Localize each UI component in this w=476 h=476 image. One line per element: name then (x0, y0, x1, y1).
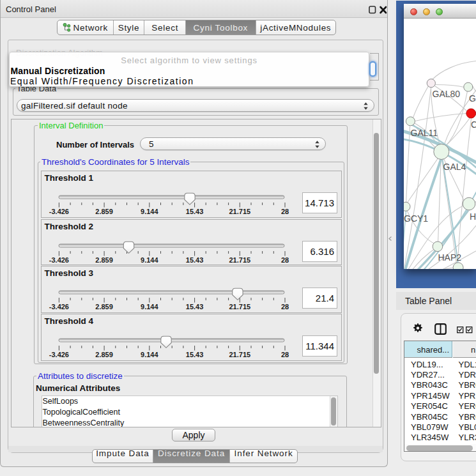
svg-text:GA: GA (469, 93, 476, 104)
svg-text:2.859: 2.859 (95, 208, 113, 215)
svg-text:15.43: 15.43 (186, 256, 204, 264)
svg-text:HAP2: HAP2 (438, 252, 461, 263)
svg-text:-3.426: -3.426 (49, 303, 69, 311)
svg-text:21.715: 21.715 (229, 256, 250, 264)
svg-text:9.144: 9.144 (141, 351, 158, 358)
svg-text:9.144: 9.144 (141, 303, 158, 311)
svg-text:-3.426: -3.426 (49, 256, 69, 264)
svg-text:28: 28 (281, 303, 289, 311)
svg-text:28: 28 (281, 256, 289, 264)
svg-text:2.859: 2.859 (95, 303, 113, 311)
svg-text:HI: HI (470, 211, 476, 222)
svg-text:2.859: 2.859 (95, 351, 113, 358)
svg-text:C: C (471, 119, 476, 130)
svg-text:21.715: 21.715 (229, 208, 250, 215)
svg-text:-3.426: -3.426 (49, 208, 69, 215)
svg-text:9.144: 9.144 (141, 208, 158, 215)
svg-text:28: 28 (281, 351, 289, 358)
svg-text:GAL11: GAL11 (410, 128, 438, 138)
svg-text:GAL80: GAL80 (432, 89, 460, 99)
svg-text:GAL4: GAL4 (443, 162, 466, 172)
svg-text:2.859: 2.859 (95, 256, 113, 264)
svg-text:21.715: 21.715 (229, 351, 250, 358)
svg-text:15.43: 15.43 (186, 208, 204, 215)
svg-text:9.144: 9.144 (141, 256, 158, 264)
svg-text:28: 28 (281, 208, 289, 215)
svg-text:GCY1: GCY1 (404, 213, 428, 224)
svg-text:-3.426: -3.426 (49, 351, 69, 358)
svg-text:15.43: 15.43 (186, 351, 204, 358)
svg-text:21.715: 21.715 (229, 303, 250, 311)
svg-text:15.43: 15.43 (186, 303, 204, 311)
